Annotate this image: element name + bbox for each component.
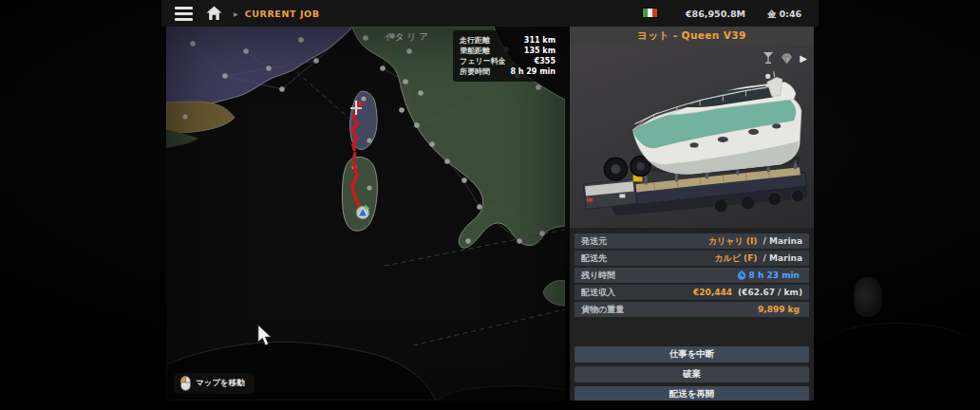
sardinia xyxy=(342,157,377,231)
game-clock: 金0:46 xyxy=(767,9,804,21)
expand-arrow-icon[interactable]: ▶ xyxy=(800,53,807,64)
clock-icon xyxy=(737,270,746,280)
detail-row-cargo-weight: 貨物の重量 9,899 kg xyxy=(575,302,809,317)
yacht-image xyxy=(577,70,807,222)
stat-driving-distance: 走行距離 311 km xyxy=(460,35,556,46)
stat-travel-time: 所要時間 8 h 29 min xyxy=(460,66,556,77)
cargo-title-bar: ヨット - Queen V39 xyxy=(570,27,814,46)
home-icon[interactable] xyxy=(206,6,222,21)
cargo-title: ヨット - Queen V39 xyxy=(637,29,745,43)
cargo-preview: ▶ xyxy=(570,46,814,228)
country-label-italy: イタリア xyxy=(383,31,431,42)
diamond-icon xyxy=(781,53,793,65)
resume-delivery-button[interactable]: 配送を再開 xyxy=(575,386,809,401)
mouse-icon xyxy=(180,376,191,391)
breadcrumb[interactable]: CURRENT JOB xyxy=(245,9,320,19)
stat-ferry-distance: 乗船距離 135 km xyxy=(460,46,556,56)
job-details: 発送元 カリャリ (I) / Marina 配送先 カルビ (F) / Mari… xyxy=(575,233,809,319)
menu-icon[interactable] xyxy=(175,4,193,24)
detail-row-origin: 発送元 カリャリ (I) / Marina xyxy=(575,233,809,249)
money-balance: €86,950.8M xyxy=(686,9,745,19)
detail-row-income: 配送収入 €20,444 (€62.67 / km) xyxy=(575,285,809,300)
floor-line xyxy=(817,323,978,380)
breadcrumb-arrow-icon: ▶ xyxy=(234,10,238,17)
move-map-label: マップを移動 xyxy=(196,378,245,389)
stat-ferry-cost: フェリー料金 €355 xyxy=(460,56,556,66)
background-tire xyxy=(854,277,882,317)
map-svg[interactable]: イタリア xyxy=(166,27,565,401)
discard-button[interactable]: 破棄 xyxy=(575,366,809,382)
route-stats-box: 走行距離 311 km 乗船距離 135 km フェリー料金 €355 所要時間… xyxy=(453,30,562,82)
detail-row-time-remaining: 残り時間 8 h 23 min xyxy=(575,268,809,283)
move-map-hint[interactable]: マップを移動 xyxy=(174,373,254,394)
italy-flag-icon xyxy=(642,8,658,18)
day-label: 金 xyxy=(767,9,777,19)
top-bar: ▶ CURRENT JOB €86,950.8M 金0:46 xyxy=(161,0,819,27)
detail-row-destination: 配送先 カルビ (F) / Marina xyxy=(575,251,809,266)
route-map[interactable]: イタリア 走行距離 311 km 乗船距離 135 km フェリー料金 €355… xyxy=(166,27,565,401)
time-label: 0:46 xyxy=(780,9,802,19)
glass-icon xyxy=(763,52,774,65)
current-job-panel: ヨット - Queen V39 ▶ xyxy=(570,27,814,401)
abort-job-button[interactable]: 仕事を中断 xyxy=(575,346,809,363)
